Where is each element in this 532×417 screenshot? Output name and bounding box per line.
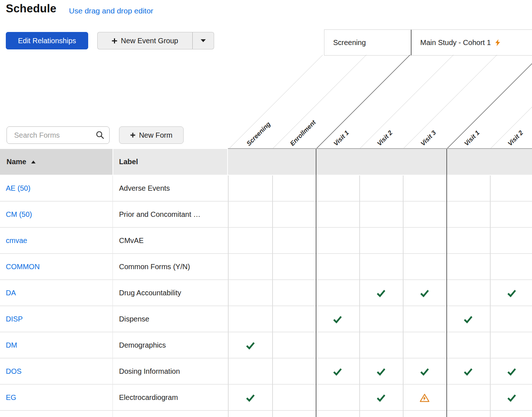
schedule-cell[interactable] bbox=[490, 254, 532, 280]
schedule-cell[interactable] bbox=[359, 202, 403, 228]
schedule-cell[interactable] bbox=[490, 306, 532, 332]
edit-relationships-button[interactable]: Edit Relationships bbox=[6, 32, 88, 49]
form-name-link[interactable]: CM (50) bbox=[6, 202, 32, 227]
schedule-cell[interactable] bbox=[490, 359, 532, 385]
schedule-cell[interactable] bbox=[446, 280, 490, 306]
schedule-cell[interactable] bbox=[446, 359, 490, 385]
schedule-cell[interactable] bbox=[359, 175, 403, 202]
schedule-cell[interactable] bbox=[446, 175, 490, 202]
new-event-group-button[interactable]: New Event Group bbox=[97, 32, 192, 49]
schedule-cell[interactable] bbox=[446, 254, 490, 280]
schedule-cell[interactable] bbox=[403, 254, 446, 280]
schedule-cell[interactable] bbox=[316, 280, 359, 306]
schedule-cell[interactable] bbox=[490, 280, 532, 306]
form-name-link[interactable]: COMMON bbox=[6, 254, 40, 279]
schedule-cell[interactable] bbox=[229, 280, 272, 306]
schedule-cell[interactable] bbox=[316, 228, 359, 254]
form-name-link[interactable]: AE (50) bbox=[6, 175, 30, 201]
event-group-header-band: Screening Main Study - Cohort 1 bbox=[324, 29, 532, 56]
caret-down-icon bbox=[201, 39, 206, 42]
schedule-cell[interactable] bbox=[359, 254, 403, 280]
check-icon bbox=[463, 315, 473, 323]
schedule-cell[interactable] bbox=[359, 306, 403, 332]
form-label: Prior and Concomitant … bbox=[119, 202, 201, 227]
drag-drop-editor-link[interactable]: Use drag and drop editor bbox=[69, 7, 153, 15]
schedule-cell[interactable] bbox=[403, 306, 446, 332]
check-icon bbox=[376, 368, 386, 376]
check-icon bbox=[463, 368, 473, 376]
schedule-cell[interactable] bbox=[229, 332, 272, 359]
new-event-group-menu-button[interactable] bbox=[192, 32, 214, 49]
check-icon bbox=[420, 289, 429, 297]
form-name-link[interactable]: DA bbox=[6, 280, 16, 305]
schedule-cell[interactable] bbox=[272, 332, 316, 359]
schedule-cell[interactable] bbox=[272, 385, 316, 411]
schedule-cell[interactable] bbox=[272, 359, 316, 385]
schedule-cell[interactable] bbox=[229, 202, 272, 228]
schedule-cell[interactable] bbox=[316, 175, 359, 202]
form-label: Common Forms (Y/N) bbox=[119, 254, 190, 279]
schedule-page: Schedule Use drag and drop editor Edit R… bbox=[0, 0, 532, 417]
event-group-main-study-cohort-1[interactable]: Main Study - Cohort 1 bbox=[411, 30, 532, 55]
schedule-cell[interactable] bbox=[229, 385, 272, 411]
schedule-cell[interactable] bbox=[272, 202, 316, 228]
schedule-cell[interactable] bbox=[316, 254, 359, 280]
schedule-cell[interactable] bbox=[229, 254, 272, 280]
schedule-cell[interactable] bbox=[272, 175, 316, 202]
schedule-cell[interactable] bbox=[359, 332, 403, 359]
form-name-link[interactable]: EG bbox=[6, 385, 16, 410]
schedule-cell[interactable] bbox=[446, 306, 490, 332]
schedule-cell[interactable] bbox=[403, 202, 446, 228]
schedule-cell[interactable] bbox=[490, 385, 532, 411]
schedule-cell[interactable] bbox=[316, 332, 359, 359]
schedule-cell[interactable] bbox=[403, 385, 446, 411]
magnifier-icon bbox=[96, 131, 105, 139]
schedule-cell[interactable] bbox=[316, 359, 359, 385]
form-name-link[interactable]: DM bbox=[6, 332, 17, 358]
column-header-name[interactable]: Name bbox=[0, 149, 112, 175]
search-forms-input[interactable] bbox=[7, 126, 110, 144]
sort-ascending-icon bbox=[31, 161, 36, 163]
schedule-cell[interactable] bbox=[446, 228, 490, 254]
form-name-link[interactable]: DOS bbox=[6, 359, 21, 384]
schedule-cell[interactable] bbox=[446, 202, 490, 228]
schedule-cell[interactable] bbox=[446, 385, 490, 411]
schedule-cell[interactable] bbox=[490, 202, 532, 228]
schedule-cell[interactable] bbox=[316, 306, 359, 332]
schedule-cell[interactable] bbox=[229, 306, 272, 332]
schedule-cell[interactable] bbox=[359, 385, 403, 411]
schedule-cell[interactable] bbox=[403, 175, 446, 202]
schedule-cell[interactable] bbox=[272, 228, 316, 254]
check-icon bbox=[246, 394, 255, 402]
schedule-cell[interactable] bbox=[359, 228, 403, 254]
schedule-cell[interactable] bbox=[272, 254, 316, 280]
schedule-cell[interactable] bbox=[490, 228, 532, 254]
schedule-cell[interactable] bbox=[403, 280, 446, 306]
schedule-cell[interactable] bbox=[403, 359, 446, 385]
schedule-cell[interactable] bbox=[316, 202, 359, 228]
check-icon bbox=[246, 341, 255, 349]
check-icon bbox=[507, 394, 516, 402]
schedule-cell[interactable] bbox=[490, 175, 532, 202]
schedule-cell[interactable] bbox=[403, 228, 446, 254]
page-title: Schedule bbox=[6, 2, 56, 15]
schedule-cell[interactable] bbox=[359, 359, 403, 385]
schedule-cell[interactable] bbox=[272, 280, 316, 306]
column-header-label[interactable]: Label bbox=[113, 149, 227, 175]
schedule-cell[interactable] bbox=[359, 280, 403, 306]
schedule-cell[interactable] bbox=[229, 175, 272, 202]
schedule-cell[interactable] bbox=[446, 332, 490, 359]
schedule-cell[interactable] bbox=[229, 228, 272, 254]
schedule-cell[interactable] bbox=[403, 332, 446, 359]
event-group-label: Screening bbox=[333, 39, 366, 47]
schedule-cell[interactable] bbox=[490, 332, 532, 359]
new-form-button[interactable]: New Form bbox=[119, 126, 184, 144]
event-group-screening[interactable]: Screening bbox=[324, 30, 411, 55]
form-name-link[interactable]: DISP bbox=[6, 306, 23, 332]
divider bbox=[112, 175, 113, 417]
schedule-cell[interactable] bbox=[316, 385, 359, 411]
schedule-cell[interactable] bbox=[272, 306, 316, 332]
schedule-cell[interactable] bbox=[229, 359, 272, 385]
check-icon bbox=[376, 394, 386, 402]
form-name-link[interactable]: cmvae bbox=[6, 228, 27, 253]
